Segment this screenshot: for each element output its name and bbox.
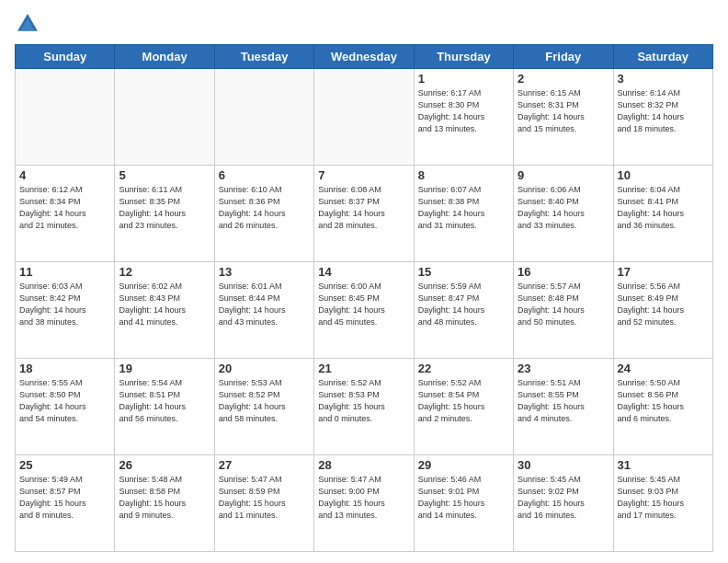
day-info: Sunrise: 6:07 AM Sunset: 8:38 PM Dayligh… [418, 184, 509, 232]
calendar-cell [214, 69, 313, 166]
day-number: 20 [219, 362, 310, 375]
calendar-header-row: SundayMondayTuesdayWednesdayThursdayFrid… [16, 45, 713, 69]
calendar-week-row: 18Sunrise: 5:55 AM Sunset: 8:50 PM Dayli… [16, 359, 713, 455]
calendar-cell: 14Sunrise: 6:00 AM Sunset: 8:45 PM Dayli… [314, 262, 414, 359]
day-info: Sunrise: 5:47 AM Sunset: 9:00 PM Dayligh… [318, 474, 409, 522]
calendar-cell [314, 69, 414, 166]
day-header-sunday: Sunday [16, 45, 115, 69]
logo [15, 11, 44, 37]
day-number: 8 [418, 168, 509, 182]
calendar-cell: 27Sunrise: 5:47 AM Sunset: 8:59 PM Dayli… [214, 455, 313, 552]
day-info: Sunrise: 5:47 AM Sunset: 8:59 PM Dayligh… [219, 474, 310, 522]
day-number: 12 [119, 265, 210, 279]
day-number: 11 [19, 265, 110, 279]
calendar-cell: 28Sunrise: 5:47 AM Sunset: 9:00 PM Dayli… [314, 455, 414, 552]
day-info: Sunrise: 5:45 AM Sunset: 9:02 PM Dayligh… [518, 474, 609, 522]
calendar-cell: 7Sunrise: 6:08 AM Sunset: 8:37 PM Daylig… [314, 166, 414, 262]
calendar-cell: 4Sunrise: 6:12 AM Sunset: 8:34 PM Daylig… [16, 166, 115, 262]
day-info: Sunrise: 6:17 AM Sunset: 8:30 PM Dayligh… [418, 87, 509, 135]
calendar-cell: 31Sunrise: 5:45 AM Sunset: 9:03 PM Dayli… [613, 455, 712, 552]
day-number: 19 [119, 362, 210, 375]
calendar-week-row: 1Sunrise: 6:17 AM Sunset: 8:30 PM Daylig… [16, 69, 713, 166]
calendar-cell: 11Sunrise: 6:03 AM Sunset: 8:42 PM Dayli… [16, 262, 115, 359]
day-number: 30 [518, 458, 609, 472]
day-info: Sunrise: 5:46 AM Sunset: 9:01 PM Dayligh… [418, 474, 509, 522]
day-number: 6 [219, 168, 310, 182]
day-info: Sunrise: 6:08 AM Sunset: 8:37 PM Dayligh… [318, 184, 409, 232]
day-number: 28 [318, 458, 409, 472]
calendar-cell: 10Sunrise: 6:04 AM Sunset: 8:41 PM Dayli… [613, 166, 712, 262]
calendar-cell: 23Sunrise: 5:51 AM Sunset: 8:55 PM Dayli… [514, 359, 613, 455]
day-number: 24 [618, 362, 709, 375]
calendar-cell: 3Sunrise: 6:14 AM Sunset: 8:32 PM Daylig… [613, 69, 712, 166]
day-info: Sunrise: 5:55 AM Sunset: 8:50 PM Dayligh… [19, 377, 110, 425]
day-number: 18 [19, 362, 110, 375]
calendar-cell: 2Sunrise: 6:15 AM Sunset: 8:31 PM Daylig… [514, 69, 613, 166]
calendar-cell: 21Sunrise: 5:52 AM Sunset: 8:53 PM Dayli… [314, 359, 414, 455]
calendar-cell [16, 69, 115, 166]
day-info: Sunrise: 5:57 AM Sunset: 8:48 PM Dayligh… [518, 281, 609, 328]
calendar-cell: 22Sunrise: 5:52 AM Sunset: 8:54 PM Dayli… [414, 359, 513, 455]
header [15, 11, 713, 37]
day-number: 16 [518, 265, 609, 279]
calendar-cell: 12Sunrise: 6:02 AM Sunset: 8:43 PM Dayli… [115, 262, 214, 359]
calendar-cell: 24Sunrise: 5:50 AM Sunset: 8:56 PM Dayli… [613, 359, 712, 455]
day-header-friday: Friday [514, 45, 613, 69]
day-info: Sunrise: 5:49 AM Sunset: 8:57 PM Dayligh… [19, 474, 110, 522]
calendar-cell: 1Sunrise: 6:17 AM Sunset: 8:30 PM Daylig… [414, 69, 513, 166]
calendar-table: SundayMondayTuesdayWednesdayThursdayFrid… [15, 44, 713, 552]
day-number: 10 [618, 168, 709, 182]
day-number: 25 [19, 458, 110, 472]
day-number: 1 [418, 72, 509, 86]
day-info: Sunrise: 6:12 AM Sunset: 8:34 PM Dayligh… [19, 184, 110, 232]
calendar-cell: 16Sunrise: 5:57 AM Sunset: 8:48 PM Dayli… [514, 262, 613, 359]
day-info: Sunrise: 5:48 AM Sunset: 8:58 PM Dayligh… [119, 474, 210, 522]
calendar-cell: 19Sunrise: 5:54 AM Sunset: 8:51 PM Dayli… [115, 359, 214, 455]
day-header-saturday: Saturday [613, 45, 712, 69]
day-info: Sunrise: 5:50 AM Sunset: 8:56 PM Dayligh… [618, 377, 709, 425]
day-header-tuesday: Tuesday [214, 45, 313, 69]
calendar-week-row: 11Sunrise: 6:03 AM Sunset: 8:42 PM Dayli… [16, 262, 713, 359]
day-info: Sunrise: 5:53 AM Sunset: 8:52 PM Dayligh… [219, 377, 310, 425]
calendar-cell: 26Sunrise: 5:48 AM Sunset: 8:58 PM Dayli… [115, 455, 214, 552]
day-info: Sunrise: 5:52 AM Sunset: 8:53 PM Dayligh… [318, 377, 409, 425]
calendar-cell: 5Sunrise: 6:11 AM Sunset: 8:35 PM Daylig… [115, 166, 214, 262]
day-info: Sunrise: 5:45 AM Sunset: 9:03 PM Dayligh… [618, 474, 709, 522]
day-info: Sunrise: 5:59 AM Sunset: 8:47 PM Dayligh… [418, 281, 509, 328]
day-number: 14 [318, 265, 409, 279]
day-info: Sunrise: 6:02 AM Sunset: 8:43 PM Dayligh… [119, 281, 210, 328]
day-number: 22 [418, 362, 509, 375]
calendar-week-row: 25Sunrise: 5:49 AM Sunset: 8:57 PM Dayli… [16, 455, 713, 552]
day-header-wednesday: Wednesday [314, 45, 414, 69]
day-number: 5 [119, 168, 210, 182]
calendar-cell: 13Sunrise: 6:01 AM Sunset: 8:44 PM Dayli… [214, 262, 313, 359]
day-info: Sunrise: 5:52 AM Sunset: 8:54 PM Dayligh… [418, 377, 509, 425]
day-number: 23 [518, 362, 609, 375]
day-info: Sunrise: 6:10 AM Sunset: 8:36 PM Dayligh… [219, 184, 310, 232]
day-info: Sunrise: 6:14 AM Sunset: 8:32 PM Dayligh… [618, 87, 709, 135]
calendar-cell: 8Sunrise: 6:07 AM Sunset: 8:38 PM Daylig… [414, 166, 513, 262]
day-number: 26 [119, 458, 210, 472]
page: SundayMondayTuesdayWednesdayThursdayFrid… [0, 0, 728, 563]
day-info: Sunrise: 5:56 AM Sunset: 8:49 PM Dayligh… [618, 281, 709, 328]
day-info: Sunrise: 5:51 AM Sunset: 8:55 PM Dayligh… [518, 377, 609, 425]
calendar-cell: 29Sunrise: 5:46 AM Sunset: 9:01 PM Dayli… [414, 455, 513, 552]
day-number: 13 [219, 265, 310, 279]
calendar-cell: 25Sunrise: 5:49 AM Sunset: 8:57 PM Dayli… [16, 455, 115, 552]
calendar-cell [115, 69, 214, 166]
calendar-cell: 6Sunrise: 6:10 AM Sunset: 8:36 PM Daylig… [214, 166, 313, 262]
day-info: Sunrise: 6:06 AM Sunset: 8:40 PM Dayligh… [518, 184, 609, 232]
logo-icon [15, 11, 40, 37]
day-number: 2 [518, 72, 609, 86]
day-info: Sunrise: 6:04 AM Sunset: 8:41 PM Dayligh… [618, 184, 709, 232]
calendar-cell: 18Sunrise: 5:55 AM Sunset: 8:50 PM Dayli… [16, 359, 115, 455]
calendar-week-row: 4Sunrise: 6:12 AM Sunset: 8:34 PM Daylig… [16, 166, 713, 262]
day-info: Sunrise: 6:03 AM Sunset: 8:42 PM Dayligh… [19, 281, 110, 328]
day-number: 15 [418, 265, 509, 279]
calendar-cell: 30Sunrise: 5:45 AM Sunset: 9:02 PM Dayli… [514, 455, 613, 552]
day-header-monday: Monday [115, 45, 214, 69]
day-header-thursday: Thursday [414, 45, 513, 69]
calendar-cell: 20Sunrise: 5:53 AM Sunset: 8:52 PM Dayli… [214, 359, 313, 455]
day-number: 17 [618, 265, 709, 279]
day-info: Sunrise: 6:01 AM Sunset: 8:44 PM Dayligh… [219, 281, 310, 328]
